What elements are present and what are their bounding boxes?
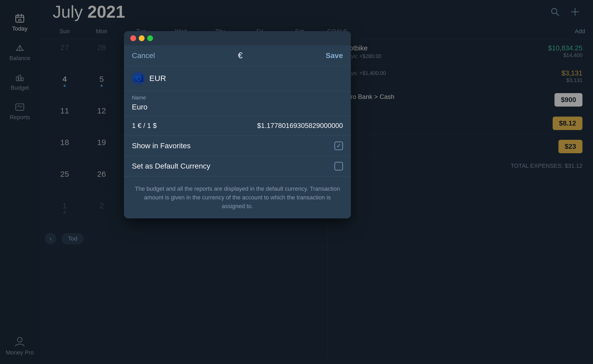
flag-icon: 🇪🇺 (132, 72, 145, 85)
maximize-button[interactable] (147, 35, 153, 41)
currency-flag-row: 🇪🇺 EUR (124, 66, 351, 91)
set-default-row: Set as Default Currency (124, 156, 351, 176)
minimize-button[interactable] (139, 35, 145, 41)
set-default-label: Set as Default Currency (132, 162, 210, 170)
show-in-favorites-label: Show in Favorites (132, 142, 191, 150)
name-field-container: Name Euro (124, 91, 351, 116)
name-value[interactable]: Euro (124, 102, 351, 116)
name-label: Name (124, 91, 351, 102)
traffic-lights (130, 35, 153, 41)
set-default-checkbox[interactable] (334, 162, 343, 170)
currency-modal: Cancel € Save 🇪🇺 EUR Name Euro 1 € / 1 $… (124, 31, 351, 218)
currency-code: EUR (149, 74, 166, 83)
close-button[interactable] (130, 35, 136, 41)
save-button[interactable]: Save (326, 51, 343, 60)
rate-label: 1 € / 1 $ (132, 122, 157, 130)
modal-header: Cancel € Save (124, 45, 351, 66)
currency-symbol: € (238, 51, 243, 60)
exchange-rate-row: 1 € / 1 $ $1.17780169305829000000 (124, 116, 351, 136)
show-in-favorites-checkbox[interactable]: ✓ (334, 142, 343, 150)
show-in-favorites-row: Show in Favorites ✓ (124, 136, 351, 156)
modal-footer-text: The budget and all the reports are displ… (124, 176, 351, 218)
cancel-button[interactable]: Cancel (132, 51, 155, 60)
rate-value[interactable]: $1.17780169305829000000 (257, 122, 343, 130)
modal-titlebar (124, 31, 351, 45)
